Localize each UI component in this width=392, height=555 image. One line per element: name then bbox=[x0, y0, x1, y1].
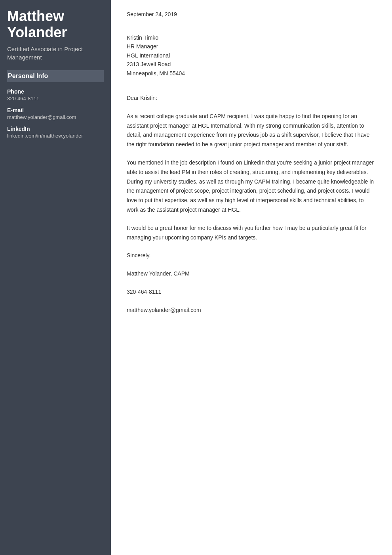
email-value: matthew.yolander@gmail.com bbox=[7, 114, 104, 120]
sidebar: Matthew Yolander Certified Associate in … bbox=[0, 0, 111, 555]
letter-paragraph-1: As a recent college graduate and CAPM re… bbox=[127, 112, 376, 149]
phone-label: Phone bbox=[7, 88, 104, 95]
email-info: E-mail matthew.yolander@gmail.com bbox=[7, 107, 104, 120]
applicant-title: Certified Associate in Project Managemen… bbox=[7, 45, 104, 61]
linkedin-value: linkedin.com/in/matthew.yolander bbox=[7, 133, 104, 139]
phone-info: Phone 320-464-8111 bbox=[7, 88, 104, 101]
personal-info-header: Personal Info bbox=[7, 70, 104, 82]
signature-name: Matthew Yolander, CAPM bbox=[127, 269, 376, 279]
signature-phone: 320-464-8111 bbox=[127, 287, 376, 297]
recipient-title: HR Manager bbox=[127, 42, 376, 51]
signature-email: matthew.yolander@gmail.com bbox=[127, 306, 376, 315]
phone-value: 320-464-8111 bbox=[7, 96, 104, 101]
letter-paragraph-2: You mentioned in the job description I f… bbox=[127, 158, 376, 215]
letter-paragraph-3: It would be a great honor for me to disc… bbox=[127, 224, 376, 243]
letter-closing: Sincerely, bbox=[127, 251, 376, 260]
recipient-company: HGL International bbox=[127, 51, 376, 60]
linkedin-info: LinkedIn linkedin.com/in/matthew.yolande… bbox=[7, 126, 104, 139]
recipient-address: 2313 Jewell Road bbox=[127, 60, 376, 69]
email-label: E-mail bbox=[7, 107, 104, 113]
recipient-name: Kristin Timko bbox=[127, 33, 376, 42]
letter-date: September 24, 2019 bbox=[127, 11, 376, 17]
linkedin-label: LinkedIn bbox=[7, 126, 104, 132]
letter-body: Dear Kristin: As a recent college gradua… bbox=[127, 94, 376, 315]
recipient-city-state-zip: Minneapolis, MN 55404 bbox=[127, 69, 376, 78]
salutation: Dear Kristin: bbox=[127, 94, 376, 103]
letter-content: September 24, 2019 Kristin Timko HR Mana… bbox=[111, 0, 392, 555]
signature-block: Matthew Yolander, CAPM 320-464-8111 matt… bbox=[127, 269, 376, 315]
recipient-block: Kristin Timko HR Manager HGL Internation… bbox=[127, 33, 376, 78]
applicant-name: Matthew Yolander bbox=[7, 8, 104, 41]
